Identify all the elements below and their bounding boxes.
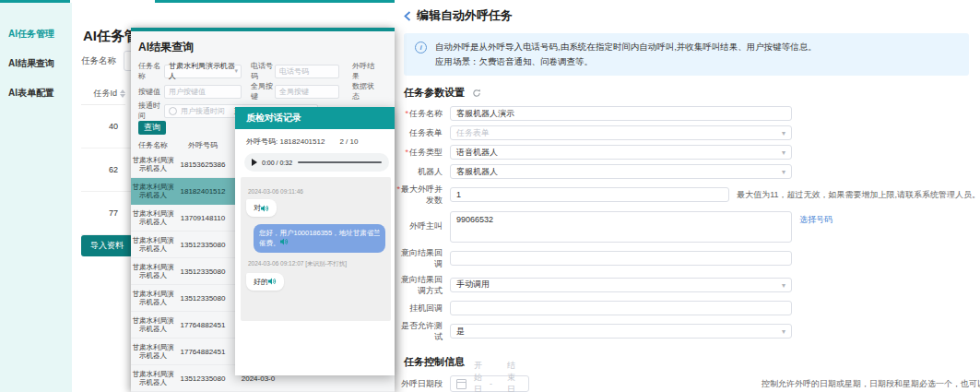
field-label: 挂机回调 [395,303,443,314]
sidebar-item[interactable]: AI表单配置 [0,78,72,108]
phone-cell: 13512335080 [175,241,230,249]
chat-bubble-user: 对 [246,199,277,217]
filter-label: 外呼结果 [352,61,380,81]
form-row: 意向结果回调方式手动调用▾ [395,274,980,296]
chat-bubble-bot: 您好，用户1000186355，地址甘肃省兰州市七里河区西催费。 [254,224,385,253]
task-name-cell: 甘肃水利局演示机器人 [131,316,175,334]
info-alert: i 自动外呼是从外呼导入电话号码,由系统在指定时间内自动呼叫,并收集呼叫结果、用… [404,33,969,76]
panel-title: AI结果查询 [138,40,194,55]
field-value: 手动调用 [456,279,490,291]
select-field[interactable]: 任务表单▾ [450,125,792,140]
field-label: 机器人 [395,166,443,177]
audio-player[interactable]: 0:00 / 0:32 [244,153,389,172]
query-button[interactable]: 查询 [138,121,166,135]
field-label: *任务类型 [395,147,443,158]
form-row: 外呼主叫99066532选择号码 [395,211,980,243]
field-label: 意向结果回调方式 [395,274,443,296]
sidebar-item[interactable]: AI结果查询 [0,49,72,78]
pagination: 2 / 10 [339,137,358,146]
chevron-down-icon: ▾ [782,148,785,157]
input-field[interactable]: 客服机器人演示 [450,106,792,121]
field-label: 外呼主叫 [395,220,443,232]
global-key-input[interactable]: 全局按键 [275,85,339,99]
import-data-button[interactable]: 导入资料 [81,235,133,256]
clock-icon [169,107,177,115]
filter-label: 电话号码 [251,61,275,81]
select-field[interactable]: 语音机器人▾ [450,145,792,160]
field-value: 客服机器人 [456,166,498,178]
select-field[interactable]: 手动调用▾ [450,278,792,292]
phone-input[interactable]: 电话号码 [275,65,339,78]
task-id-column-header[interactable]: 任务Id [81,82,125,105]
form-row: *任务名称客服机器人演示 [395,106,980,121]
input-field[interactable] [450,251,792,266]
field-value: 是 [456,326,465,338]
sidebar-item[interactable]: AI任务管理 [0,19,72,49]
field-value: 1 [456,190,461,199]
field-label: *最大外呼并发数 [395,184,443,206]
audio-time: 0:00 / 0:32 [262,160,292,166]
section-task-params: 任务参数设置 [404,86,980,100]
select-number-link[interactable]: 选择号码 [799,214,832,226]
speaker-icon[interactable] [268,278,277,285]
form-row: *最大外呼并发数1最大值为11，超过无效，如果需要增加上限,请联系系统管理人员。 [395,184,980,206]
select-field[interactable]: 客服机器人▾ [450,164,792,179]
field-label: 意向结果回调 [395,247,443,269]
info-line-1: 自动外呼是从外呼导入电话号码,由系统在指定时间内自动呼叫,并收集呼叫结果、用户按… [435,40,960,54]
task-name-cell: 甘肃水利局演示机器人 [131,236,175,254]
task-name-cell: 甘肃水利局演示机器人 [131,209,175,227]
date-range-picker[interactable]: 开始日期 - 结束日期 [450,375,529,392]
task-id-cell: 62 [81,165,118,174]
chat-transcript: 2024-03-06 09:11:46对您好，用户1000186355，地址甘肃… [241,177,391,321]
screenshot-root: AI任务管理AI结果查询AI表单配置 AI任务管理 任务名称 任务Id 4062… [0,0,980,392]
chat-bubble-user: 好的 [246,273,284,291]
field-label: 外呼日期段 [395,378,443,389]
filter-label: 任务名称 [138,61,164,81]
bubble-line: 您好，用户1000186355，地址甘肃省兰州市七里河区西 [259,228,380,238]
task-name-select[interactable]: 甘肃水利局演示机器人 ▾ [164,65,242,78]
task-name-cell: 甘肃水利局演示机器人 [131,183,175,200]
speaker-icon[interactable] [261,205,269,212]
task-name-label: 任务名称 [81,55,116,67]
modal-title: 质检对话记录 [235,107,395,129]
play-icon[interactable] [252,159,257,166]
refresh-icon[interactable] [472,89,481,98]
required-mark: * [405,109,408,118]
form-row: 挂机回调 [395,301,980,315]
result-query-panel: AI结果查询 任务名称 甘肃水利局演示机器人 ▾ 电话号码 电话号码 外呼结果 … [131,28,395,392]
speaker-icon[interactable] [280,238,289,245]
key-value-input[interactable]: 用户按键值 [164,85,242,99]
phone-cell: 13512335080 [175,267,230,276]
field-placeholder: 任务表单 [456,127,490,139]
task-name-cell: 甘肃水利局演示机器人 [131,263,175,280]
select-field[interactable]: 是▾ [450,324,792,339]
modal-info-row: 外呼号码: 18182401512 2 / 10 [246,137,395,147]
bubble-line: 催费。 [259,239,280,247]
task-name-cell: 甘肃水利局演示机器人 [131,343,175,361]
form-row: 机器人客服机器人▾ [395,164,980,179]
task-param-form: *任务名称客服机器人演示任务表单任务表单▾*任务类型语音机器人▾机器人客服机器人… [395,106,980,342]
chevron-down-icon: ▾ [782,168,785,176]
field-label: *任务名称 [395,108,443,119]
form-row: *任务类型语音机器人▾ [395,145,980,160]
input-field[interactable]: 1 [450,187,729,202]
required-mark: * [396,184,400,194]
sort-icons[interactable] [120,89,125,98]
field-value: 语音机器人 [456,147,498,159]
section-task-control: 任务控制信息 [404,355,980,369]
field-value: 客服机器人演示 [456,108,514,120]
audio-progress-bar[interactable] [298,161,382,163]
textarea-field[interactable]: 99066532 [450,211,792,243]
filter-row-2: 按键值 用户按键值 全局按键 全局按键 数据状态 [138,81,380,101]
task-name-cell: 甘肃水利局演示机器人 [131,156,175,173]
input-field[interactable] [450,301,792,315]
back-icon[interactable] [404,11,411,21]
date-range-hint: 控制允许外呼的日期或星期，日期段和星期必选一个，也可以同时选择 [762,378,980,390]
task-name-cell: 甘肃水利局演示机器人 [131,290,175,307]
chevron-down-icon: ▾ [782,281,785,290]
form-row: 是否允许测试是▾ [395,320,980,342]
phone-cell: 18182401512 [175,187,230,196]
filter-label: 按键值 [138,87,164,97]
phone-cell: 13512335080 [175,374,230,383]
qc-dialog-modal: 质检对话记录 外呼号码: 18182401512 2 / 10 0:00 / 0… [235,107,395,375]
